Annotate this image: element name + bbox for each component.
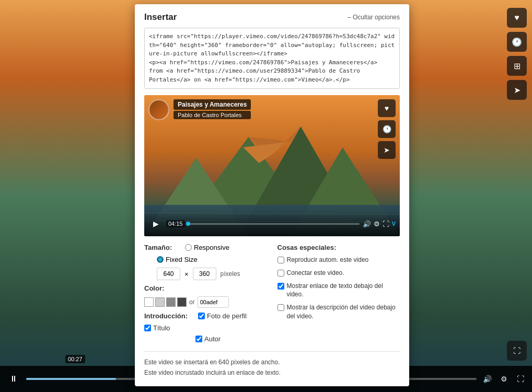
settings-left: Tamaño: Responsive Fixed Size × píxeles (144, 244, 267, 346)
video-overlay-info: Paisajes y Amaneceres Pablo de Castro Po… (148, 99, 251, 120)
intro-author-check[interactable] (195, 336, 202, 342)
avatar (148, 99, 169, 120)
responsive-label: Responsive (194, 244, 229, 251)
right-sidebar: ♥ 🕐 ⊞ ➤ (507, 8, 527, 100)
responsive-radio-label[interactable]: Responsive (185, 244, 229, 251)
settings-right: Cosas especiales: Reproducir autom. este… (277, 244, 400, 346)
description-text: Mostrar la descripción del video debajo … (287, 303, 400, 321)
height-input[interactable] (193, 268, 216, 280)
color-swatch-white[interactable] (144, 297, 154, 307)
video-title-badge: Paisajes y Amaneceres (174, 99, 251, 110)
divider (144, 351, 400, 352)
color-hex-input[interactable] (198, 296, 229, 308)
autoplay-check[interactable] (277, 257, 284, 263)
size-setting-row: Tamaño: Responsive (144, 244, 267, 251)
layers-icon-btn[interactable]: ⊞ (507, 56, 527, 76)
fixed-size-row: Fixed Size (144, 256, 267, 263)
intro-profile-check[interactable] (198, 313, 205, 319)
text-link-text: Mostrar enlace de texto debajo del video… (287, 282, 400, 299)
pixels-label: píxeles (221, 270, 240, 278)
fullscreen-icon-bottom: ⛶ (517, 375, 524, 383)
video-volume-icon[interactable]: 🔊 (363, 220, 371, 228)
bottom-controls-right: 🔊 ⚙ ⛶ (481, 373, 527, 385)
fullscreen-icon-btn-br[interactable]: ⛶ (507, 341, 527, 361)
embed-code-box[interactable]: <iframe src="https://player.vimeo.com/vi… (144, 28, 400, 89)
video-heart-btn[interactable]: ♥ (378, 99, 396, 117)
heart-icon-btn[interactable]: ♥ (507, 8, 527, 28)
progress-fill-bottom (26, 378, 116, 380)
intro-author-row: Autor (144, 335, 267, 343)
connect-text: Conectar este video. (287, 269, 344, 278)
video-send-btn[interactable]: ➤ (378, 141, 396, 159)
settings-area: Tamaño: Responsive Fixed Size × píxeles (144, 244, 400, 346)
insert-modal: Insertar – Ocultar opciones <iframe src=… (135, 4, 409, 386)
especiales-title: Cosas especiales: (277, 244, 400, 251)
color-swatch-mgray[interactable] (166, 297, 176, 307)
intro-title-text: Título (153, 324, 170, 332)
video-settings-icon[interactable]: ⚙ (374, 220, 380, 228)
video-clock-btn[interactable]: 🕐 (378, 120, 396, 138)
clock-icon: 🕐 (512, 37, 522, 47)
video-heart-icon: ♥ (385, 104, 389, 112)
intro-author-label[interactable]: Autor (195, 335, 221, 343)
video-time: 04:15 (166, 220, 185, 227)
color-swatches: or (144, 296, 229, 308)
video-icons-tr: ♥ 🕐 ➤ (378, 99, 396, 159)
color-swatch-dgray[interactable] (177, 297, 187, 307)
time-badge: 00:27 (65, 355, 85, 363)
times-sign: × (184, 270, 189, 278)
text-link-check[interactable] (277, 283, 284, 290)
width-input[interactable] (157, 268, 180, 280)
check-row-1: Reproducir autom. este video (277, 256, 400, 264)
clock-icon-btn[interactable]: 🕐 (507, 32, 527, 52)
responsive-radio[interactable] (185, 244, 192, 251)
intro-row: Introducción: Foto de perfil Título (144, 312, 267, 332)
color-or: or (189, 298, 195, 306)
vimeo-logo: V (392, 221, 396, 227)
video-fullscreen-icon[interactable]: ⛶ (383, 220, 389, 228)
check-row-3: Mostrar enlace de texto debajo del video… (277, 282, 400, 299)
footer-line-2: Este video incrustado incluirá un enlace… (144, 367, 400, 378)
intro-title-label[interactable]: Título (144, 324, 170, 332)
hide-options-link[interactable]: – Ocultar opciones (348, 14, 400, 21)
fullscreen-icon-br: ⛶ (513, 347, 521, 355)
intro-title-check[interactable] (144, 325, 151, 331)
video-controls-right: 🔊 ⚙ ⛶ V (363, 220, 396, 228)
play-btn-bottom[interactable]: ⏸ (5, 371, 22, 387)
volume-icon-bottom: 🔊 (483, 375, 492, 383)
intro-profile-label[interactable]: Foto de perfil (198, 312, 247, 320)
description-check[interactable] (277, 304, 284, 311)
heart-icon: ♥ (514, 13, 519, 22)
footer-line-1: Este video se insertará en 640 píxeles d… (144, 357, 400, 367)
video-clock-icon: 🕐 (383, 125, 391, 133)
settings-btn-bottom[interactable]: ⚙ (498, 373, 510, 385)
video-author-badge: Pablo de Castro Portales (174, 111, 251, 119)
video-preview: Paisajes y Amaneceres Pablo de Castro Po… (144, 95, 400, 236)
fullscreen-btn-bottom[interactable]: ⛶ (514, 373, 527, 385)
color-swatch-lgray[interactable] (155, 297, 165, 307)
video-progress-dot (186, 222, 190, 226)
send-icon: ➤ (514, 85, 521, 95)
video-send-icon: ➤ (384, 146, 390, 154)
intro-label: Introducción: (144, 312, 194, 320)
video-title-block: Paisajes y Amaneceres Pablo de Castro Po… (174, 99, 251, 119)
send-icon-btn[interactable]: ➤ (507, 80, 527, 100)
footer-note: Este video se insertará en 640 píxeles d… (144, 357, 400, 378)
video-play-icon: ▶ (153, 220, 159, 228)
fixed-label: Fixed Size (166, 256, 198, 263)
settings-icon-bottom: ⚙ (501, 375, 507, 383)
video-progress-bar[interactable] (188, 223, 360, 225)
dimensions-row: × píxeles (144, 268, 267, 280)
intro-author-text: Autor (204, 335, 221, 343)
fixed-radio-label[interactable]: Fixed Size (157, 256, 198, 263)
layers-icon: ⊞ (514, 61, 521, 71)
volume-btn-bottom[interactable]: 🔊 (481, 373, 493, 385)
check-row-2: Conectar este video. (277, 269, 400, 278)
connect-check[interactable] (277, 270, 284, 276)
video-play-btn[interactable]: ▶ (148, 216, 163, 231)
intro-profile-text: Foto de perfil (207, 312, 247, 320)
fixed-radio[interactable] (157, 256, 164, 263)
check-row-4: Mostrar la descripción del video debajo … (277, 303, 400, 321)
play-icon-bottom: ⏸ (9, 374, 18, 384)
size-label: Tamaño: (144, 244, 181, 251)
